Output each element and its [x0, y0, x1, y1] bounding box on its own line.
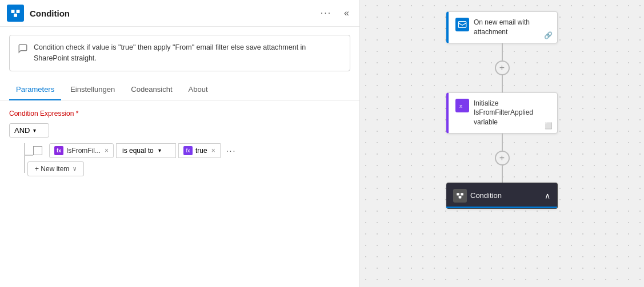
and-row: AND ▾ [9, 123, 350, 138]
new-item-row: + New item ∨ [27, 161, 350, 176]
line-1 [502, 43, 503, 60]
connector-1: + [495, 43, 510, 92]
outlook-icon [455, 18, 469, 31]
new-item-button[interactable]: + New item ∨ [27, 161, 84, 176]
vertical-connector [24, 143, 25, 173]
tab-parameters[interactable]: Parameters [9, 79, 61, 100]
svg-rect-6 [461, 193, 463, 195]
condition-bottom-border [446, 207, 557, 208]
condition-card-label: Condition [470, 191, 502, 200]
condition-card[interactable]: Condition ∧ [446, 183, 558, 209]
horizontal-connector [24, 155, 33, 156]
from-filter-chip[interactable]: fx IsFromFil... × [49, 143, 114, 158]
svg-text:x: x [459, 102, 463, 108]
tab-einstellungen[interactable]: Einstellungen [63, 79, 122, 100]
collapse-button[interactable]: « [341, 7, 353, 19]
right-panel: On new email with attachment 🔗 + x Initi… [360, 0, 644, 287]
variable-card-title: Initialize IsFromFilterApplied variable [474, 99, 550, 127]
svg-rect-0 [11, 10, 15, 13]
svg-rect-1 [17, 10, 20, 13]
operator-select[interactable]: is equal to ▾ [116, 143, 176, 158]
description-text: Condition check if value is "true" then … [34, 42, 342, 64]
description-box: Condition check if value is "true" then … [9, 35, 350, 71]
more-options-button[interactable]: ··· [317, 7, 335, 19]
condition-card-icon [453, 189, 467, 203]
flow-container: On new email with attachment 🔗 + x Initi… [445, 11, 559, 209]
panel-title: Condition [30, 9, 70, 18]
condition-row: fx IsFromFil... × is equal to ▾ fx true … [33, 143, 239, 158]
value-fx-icon: fx [183, 146, 193, 155]
value-close[interactable]: × [211, 147, 215, 155]
tab-about[interactable]: About [182, 79, 215, 100]
chip-text: IsFromFil... [66, 147, 101, 155]
condition-expand-button[interactable]: ∧ [545, 191, 550, 200]
link-icon-variable: ⬜ [545, 122, 553, 130]
email-card-title: On new email with attachment [474, 18, 550, 37]
header-left: Condition [7, 5, 70, 22]
plus-button-1[interactable]: + [495, 60, 510, 75]
panel-header: Condition ··· « [0, 0, 359, 27]
new-item-chevron: ∨ [73, 165, 77, 172]
expr-icon: fx [54, 146, 63, 155]
desc-icon [18, 43, 28, 55]
variable-card[interactable]: x Initialize IsFromFilterApplied variabl… [446, 92, 558, 134]
svg-rect-3 [458, 22, 466, 28]
row-checkbox[interactable] [33, 146, 42, 155]
connector-2: + [495, 134, 510, 183]
row-more-button[interactable]: ··· [223, 145, 240, 156]
line-3 [502, 134, 503, 151]
svg-rect-2 [14, 14, 17, 17]
value-text: true [195, 147, 207, 155]
condition-icon [10, 8, 21, 18]
email-card[interactable]: On new email with attachment 🔗 [446, 11, 558, 43]
svg-rect-5 [457, 193, 459, 195]
header-right: ··· « [317, 7, 353, 19]
plus-button-2[interactable]: + [495, 151, 510, 165]
email-card-text: On new email with attachment [474, 18, 550, 37]
field-label: Condition Expression * [9, 110, 350, 118]
header-icon [7, 5, 24, 22]
line-4 [502, 165, 503, 183]
line-2 [502, 75, 503, 92]
svg-rect-7 [459, 196, 462, 199]
variable-icon: x [455, 99, 469, 112]
chip-close[interactable]: × [105, 147, 109, 155]
operator-label: is equal to [122, 147, 154, 155]
condition-row-wrapper: fx IsFromFil... × is equal to ▾ fx true … [16, 143, 350, 158]
tab-codeansicht[interactable]: Codeansicht [124, 79, 179, 100]
condition-card-left: Condition [453, 189, 502, 203]
link-icon-email: 🔗 [544, 31, 553, 39]
params-area: Condition Expression * AND ▾ fx IsFromFi… [0, 100, 359, 288]
variable-card-text: Initialize IsFromFilterApplied variable [474, 99, 550, 127]
left-panel: Condition ··· « Condition check if value… [0, 0, 360, 287]
value-chip[interactable]: fx true × [178, 143, 221, 158]
tabs-row: Parameters Einstellungen Codeansicht Abo… [0, 79, 359, 100]
and-select[interactable]: AND ▾ [9, 123, 49, 138]
